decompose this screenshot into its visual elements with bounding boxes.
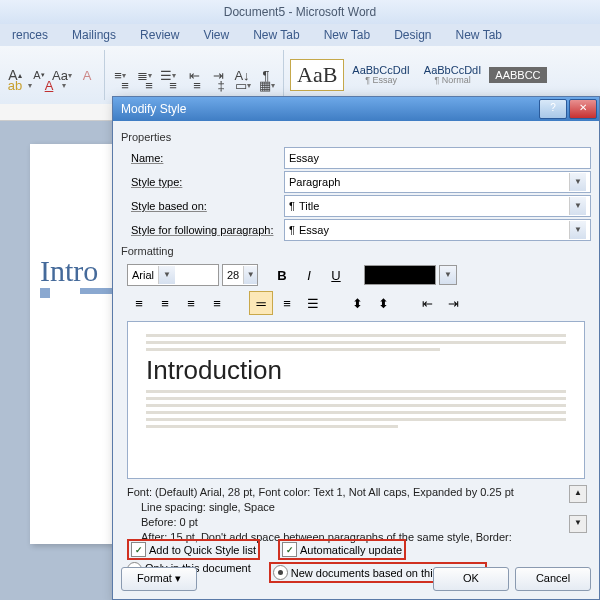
chevron-down-icon[interactable]: ▼ bbox=[243, 266, 257, 284]
justify-button[interactable]: ≡ bbox=[205, 291, 229, 315]
tab-mailings[interactable]: Mailings bbox=[60, 24, 128, 46]
line-spacing-icon[interactable]: ‡ bbox=[210, 74, 232, 96]
tab-new2[interactable]: New Tab bbox=[312, 24, 382, 46]
selection-handle[interactable] bbox=[40, 288, 50, 298]
font-color-swatch[interactable] bbox=[364, 265, 436, 285]
tab-new3[interactable]: New Tab bbox=[444, 24, 514, 46]
scroll-down-icon[interactable]: ▼ bbox=[569, 515, 587, 533]
spacing-double-button[interactable]: ☰ bbox=[301, 291, 325, 315]
close-button[interactable]: ✕ bbox=[569, 99, 597, 119]
indent-dec-button[interactable]: ⇤ bbox=[415, 291, 439, 315]
space-before-inc-icon[interactable]: ⬍ bbox=[345, 291, 369, 315]
style-essay[interactable]: AaBbCcDdI¶ Essay bbox=[346, 62, 415, 88]
underline-button[interactable]: U bbox=[324, 263, 348, 287]
help-button[interactable]: ? bbox=[539, 99, 567, 119]
app-titlebar: Document5 - Microsoft Word bbox=[0, 0, 600, 24]
style-heading[interactable]: AABBCC bbox=[489, 67, 546, 83]
spacing-single-button[interactable]: ═ bbox=[249, 291, 273, 315]
cancel-button[interactable]: Cancel bbox=[515, 567, 591, 591]
formatting-label: Formatting bbox=[121, 245, 591, 257]
style-normal[interactable]: AaBbCcDdI¶ Normal bbox=[418, 62, 487, 88]
page-heading: Intro bbox=[40, 254, 98, 288]
borders-icon[interactable]: ▦▾ bbox=[258, 74, 280, 96]
indent-inc-button[interactable]: ⇥ bbox=[441, 291, 465, 315]
scroll-up-icon[interactable]: ▲ bbox=[569, 485, 587, 503]
style-description: Font: (Default) Arial, 28 pt, Font color… bbox=[127, 485, 585, 533]
highlight-quickstyle: Add to Quick Style list bbox=[127, 539, 260, 560]
align-left-button[interactable]: ≡ bbox=[127, 291, 151, 315]
align-center-button[interactable]: ≡ bbox=[153, 291, 177, 315]
spacing-15-button[interactable]: ≡ bbox=[275, 291, 299, 315]
align-right-icon[interactable]: ≡ bbox=[162, 74, 184, 96]
tab-references[interactable]: rences bbox=[0, 24, 60, 46]
chevron-down-icon[interactable]: ▼ bbox=[569, 197, 586, 215]
tab-review[interactable]: Review bbox=[128, 24, 191, 46]
type-select[interactable]: Paragraph▼ bbox=[284, 171, 591, 193]
based-label: Style based on: bbox=[131, 200, 284, 212]
tab-new1[interactable]: New Tab bbox=[241, 24, 311, 46]
bold-button[interactable]: B bbox=[270, 263, 294, 287]
preview-heading: Introduction bbox=[146, 355, 566, 386]
following-label: Style for following paragraph: bbox=[131, 224, 284, 236]
justify-icon[interactable]: ≡ bbox=[186, 74, 208, 96]
chevron-down-icon[interactable]: ▼ bbox=[439, 265, 457, 285]
chevron-down-icon[interactable]: ▼ bbox=[569, 221, 586, 239]
align-left-icon[interactable]: ≡ bbox=[114, 74, 136, 96]
name-input[interactable]: Essay bbox=[284, 147, 591, 169]
font-color-icon[interactable]: A bbox=[38, 74, 60, 96]
ribbon-tabs: rences Mailings Review View New Tab New … bbox=[0, 24, 600, 46]
based-select[interactable]: ¶Title▼ bbox=[284, 195, 591, 217]
size-select[interactable]: 28▼ bbox=[222, 264, 258, 286]
tab-view[interactable]: View bbox=[191, 24, 241, 46]
dialog-title: Modify Style bbox=[121, 97, 186, 121]
chevron-down-icon[interactable]: ▼ bbox=[569, 173, 586, 191]
align-right-button[interactable]: ≡ bbox=[179, 291, 203, 315]
quick-style-checkbox[interactable] bbox=[131, 542, 146, 557]
modify-style-dialog: Modify Style ? ✕ Properties Name: Essay … bbox=[112, 96, 600, 600]
ok-button[interactable]: OK bbox=[433, 567, 509, 591]
properties-label: Properties bbox=[121, 131, 591, 143]
format-button[interactable]: Format ▾ bbox=[121, 567, 197, 591]
name-label: Name: bbox=[131, 152, 284, 164]
italic-button[interactable]: I bbox=[297, 263, 321, 287]
style-preview-large[interactable]: AaB bbox=[290, 59, 344, 91]
new-docs-radio[interactable] bbox=[273, 565, 288, 580]
space-before-dec-icon[interactable]: ⬍ bbox=[371, 291, 395, 315]
auto-update-checkbox[interactable] bbox=[282, 542, 297, 557]
tab-design[interactable]: Design bbox=[382, 24, 443, 46]
shading-icon[interactable]: ▭▾ bbox=[234, 74, 256, 96]
following-select[interactable]: ¶Essay▼ bbox=[284, 219, 591, 241]
style-preview: Introduction bbox=[127, 321, 585, 479]
chevron-down-icon[interactable]: ▼ bbox=[158, 266, 175, 284]
type-label: Style type: bbox=[131, 176, 284, 188]
font-select[interactable]: Arial▼ bbox=[127, 264, 219, 286]
highlight-autoupdate: Automatically update bbox=[278, 539, 406, 560]
highlight-icon[interactable]: ab bbox=[4, 74, 26, 96]
align-center-icon[interactable]: ≡ bbox=[138, 74, 160, 96]
dialog-titlebar[interactable]: Modify Style ? ✕ bbox=[113, 97, 599, 121]
